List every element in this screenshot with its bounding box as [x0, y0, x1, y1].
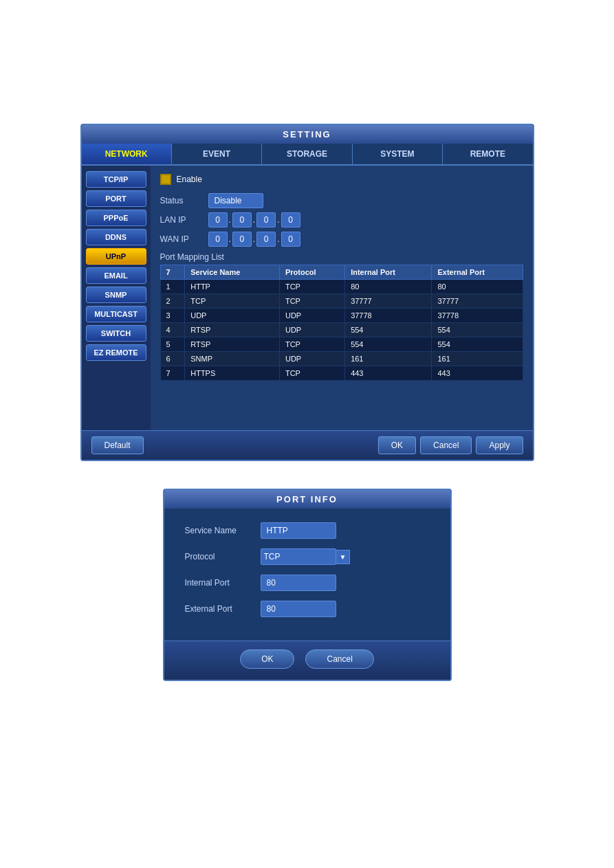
cancel-button[interactable]: Cancel	[420, 436, 472, 454]
port-info-title-bar: PORT INFO	[164, 490, 450, 509]
lan-ip-field-1[interactable]	[232, 212, 252, 227]
enable-checkbox[interactable]	[160, 174, 171, 185]
status-value: Disable	[208, 193, 263, 208]
setting-dialog: SETTING NETWORK EVENT STORAGE SYSTEM REM…	[80, 124, 534, 461]
lan-ip-row: LAN IP . . .	[160, 212, 523, 227]
status-row: Status Disable	[160, 193, 523, 208]
table-row[interactable]: 6 SNMP UDP 161 161	[160, 352, 523, 366]
default-button[interactable]: Default	[91, 436, 144, 454]
col-service: Service Name	[185, 265, 280, 280]
wan-ip-field-1[interactable]	[232, 232, 252, 247]
sidebar-item-email[interactable]: EMAIL	[86, 267, 146, 284]
external-port-row: External Port	[185, 601, 430, 617]
table-row[interactable]: 4 RTSP UDP 554 554	[160, 323, 523, 337]
port-info-body: Service Name Protocol TCP UDP ▼ Internal…	[164, 509, 450, 641]
table-row[interactable]: 5 RTSP TCP 554 554	[160, 337, 523, 352]
lan-ip-label: LAN IP	[160, 215, 208, 225]
sidebar-item-port[interactable]: PORT	[86, 190, 146, 207]
select-arrow-icon: ▼	[336, 550, 351, 564]
right-panel: Enable Status Disable LAN IP . . .	[151, 166, 533, 430]
sidebar-item-switch[interactable]: SWITCH	[86, 325, 146, 342]
internal-port-label: Internal Port	[185, 578, 261, 588]
lan-ip-field-0[interactable]	[208, 212, 228, 227]
tab-system[interactable]: SYSTEM	[353, 144, 443, 164]
sidebar-item-tcpip[interactable]: TCP/IP	[86, 171, 146, 188]
wan-ip-row: WAN IP . . .	[160, 232, 523, 247]
table-row[interactable]: 2 TCP TCP 37777 37777	[160, 294, 523, 309]
enable-label: Enable	[177, 175, 202, 184]
main-content: TCP/IP PORT PPPoE DDNS UPnP EMAIL SNMP M…	[82, 166, 533, 430]
sidebar-item-ezremote[interactable]: EZ REMOTE	[86, 344, 146, 361]
wan-ip-label: WAN IP	[160, 234, 208, 244]
protocol-row: Protocol TCP UDP ▼	[185, 548, 430, 565]
protocol-select[interactable]: TCP UDP	[261, 548, 336, 565]
apply-button[interactable]: Apply	[476, 436, 523, 454]
external-port-input[interactable]	[261, 601, 336, 617]
service-name-label: Service Name	[185, 526, 261, 535]
port-info-dialog: PORT INFO Service Name Protocol TCP UDP …	[163, 489, 452, 681]
col-num: 7	[160, 265, 185, 280]
tab-network[interactable]: NETWORK	[82, 144, 172, 164]
sidebar-item-pppoe[interactable]: PPPoE	[86, 210, 146, 226]
port-info-title: PORT INFO	[276, 494, 338, 504]
sidebar-item-upnp[interactable]: UPnP	[86, 248, 146, 265]
service-name-row: Service Name	[185, 522, 430, 539]
col-external: External Port	[432, 265, 523, 280]
table-row[interactable]: 3 UDP UDP 37778 37778	[160, 309, 523, 323]
lan-ip-field-2[interactable]	[256, 212, 276, 227]
setting-title-bar: SETTING	[82, 125, 533, 144]
internal-port-input[interactable]	[261, 575, 336, 591]
table-row[interactable]: 1 HTTP TCP 80 80	[160, 280, 523, 294]
wan-ip-field-3[interactable]	[281, 232, 300, 247]
protocol-label: Protocol	[185, 552, 261, 561]
protocol-select-wrap: TCP UDP ▼	[261, 548, 351, 565]
port-info-ok-button[interactable]: OK	[240, 649, 294, 669]
wan-ip-field-2[interactable]	[256, 232, 276, 247]
tab-storage[interactable]: STORAGE	[262, 144, 352, 164]
enable-row: Enable	[160, 174, 523, 185]
internal-port-row: Internal Port	[185, 575, 430, 591]
wan-ip-field-0[interactable]	[208, 232, 228, 247]
lan-ip-field-3[interactable]	[281, 212, 300, 227]
col-protocol: Protocol	[279, 265, 344, 280]
sidebar-item-ddns[interactable]: DDNS	[86, 229, 146, 245]
service-name-input[interactable]	[261, 522, 336, 539]
table-row[interactable]: 7 HTTPS TCP 443 443	[160, 366, 523, 381]
tab-event[interactable]: EVENT	[172, 144, 262, 164]
ok-button[interactable]: OK	[378, 436, 416, 454]
tab-bar: NETWORK EVENT STORAGE SYSTEM REMOTE	[82, 144, 533, 166]
port-mapping-label: Port Mapping List	[160, 252, 523, 262]
port-info-bottom: OK Cancel	[164, 641, 450, 680]
bottom-bar: Default OK Cancel Apply	[82, 430, 533, 460]
sidebar: TCP/IP PORT PPPoE DDNS UPnP EMAIL SNMP M…	[82, 166, 151, 430]
port-mapping-table: 7 Service Name Protocol Internal Port Ex…	[160, 265, 523, 381]
status-label: Status	[160, 196, 208, 205]
setting-title: SETTING	[283, 129, 331, 140]
action-buttons: OK Cancel Apply	[378, 436, 523, 454]
port-info-cancel-button[interactable]: Cancel	[305, 649, 373, 669]
col-internal: Internal Port	[345, 265, 432, 280]
sidebar-item-snmp[interactable]: SNMP	[86, 287, 146, 303]
wan-ip-group: . . .	[208, 232, 300, 247]
lan-ip-group: . . .	[208, 212, 300, 227]
sidebar-item-multicast[interactable]: MULTICAST	[86, 306, 146, 322]
external-port-label: External Port	[185, 604, 261, 614]
tab-remote[interactable]: REMOTE	[443, 144, 532, 164]
